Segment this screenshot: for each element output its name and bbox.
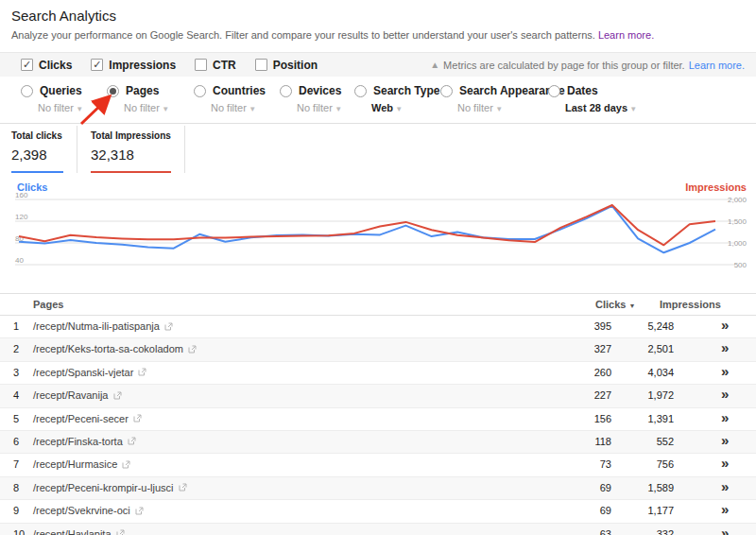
page-url-link[interactable]: /recept/Peceni-krompir-u-ljusci	[33, 482, 187, 493]
metrics-learn-more-link[interactable]: Learn more.	[689, 60, 745, 71]
subtitle-learn-more-link[interactable]: Learn more.	[598, 29, 654, 41]
checked-checkbox-icon[interactable]: ✓	[21, 59, 33, 71]
pages-table: Pages Clicks ▼ Impressions 1/recept/Nutm…	[0, 293, 756, 535]
metric-checkbox-label: Clicks	[39, 59, 72, 72]
filter-dropdown-search-type[interactable]: Web ▼	[371, 102, 439, 113]
metric-checkbox-group: ✓Clicks✓ImpressionsCTRPosition	[21, 59, 318, 72]
expand-row-button[interactable]: »	[721, 432, 728, 448]
external-link-icon[interactable]	[135, 507, 144, 515]
clicks-column-header[interactable]: Clicks ▼	[595, 299, 635, 310]
page-url-text: /recept/Peceni-krompir-u-ljusci	[33, 482, 174, 493]
external-link-icon[interactable]	[138, 368, 146, 376]
table-row: 3/recept/Spanski-vjetar2604,034»	[0, 362, 756, 385]
table-row: 8/recept/Peceni-krompir-u-ljusci691,589»	[0, 477, 756, 500]
radio-icon[interactable]	[280, 85, 292, 97]
expand-row-button[interactable]: »	[721, 386, 728, 402]
page-url-link[interactable]: /recept/Nutma-ili-patispanja	[33, 320, 173, 332]
row-rank: 6	[13, 436, 19, 447]
metric-checkbox-clicks[interactable]: ✓Clicks	[21, 59, 72, 72]
filter-dropdown-countries[interactable]: No filter ▼	[211, 102, 266, 113]
metric-checkbox-position[interactable]: Position	[255, 59, 318, 72]
clicks-cell: 156	[567, 413, 611, 424]
subtitle-text: Analyze your performance on Google Searc…	[11, 29, 595, 41]
dimension-radio-queries[interactable]: Queries	[21, 84, 83, 97]
clicks-cell: 395	[567, 320, 611, 332]
row-rank: 5	[13, 413, 19, 424]
external-link-icon[interactable]	[113, 391, 122, 400]
page-url-link[interactable]: /recept/Ravanija	[33, 389, 122, 401]
dimension-radio-search-appearance[interactable]: Search Appearance	[440, 84, 565, 97]
radio-icon[interactable]	[548, 85, 560, 97]
external-link-icon[interactable]	[116, 529, 125, 535]
total-impressions-card[interactable]: Total Impressions 32,318	[91, 126, 185, 173]
table-row: 5/recept/Peceni-secer1561,391»	[0, 408, 756, 431]
expand-row-button[interactable]: »	[721, 339, 728, 355]
selected-radio-icon[interactable]	[107, 85, 119, 97]
expand-row-button[interactable]: »	[721, 455, 728, 471]
table-row: 4/recept/Ravanija2271,972»	[0, 385, 756, 407]
radio-icon[interactable]	[354, 85, 367, 97]
expand-row-button[interactable]: »	[721, 317, 728, 333]
metrics-toolbar: ✓Clicks✓ImpressionsCTRPosition ▲ Metrics…	[0, 52, 756, 78]
expand-row-button[interactable]: »	[721, 478, 728, 494]
page-url-link[interactable]: /recept/Hurmasice	[33, 458, 130, 470]
filter-dropdown-value: No filter	[211, 102, 247, 113]
external-link-icon[interactable]	[164, 322, 173, 331]
table-row: 6/recept/Finska-torta118552»	[0, 431, 756, 454]
page-url-text: /recept/Ravanija	[33, 389, 109, 401]
row-rank: 8	[13, 482, 19, 493]
impressions-cell: 1,589	[628, 482, 674, 493]
impressions-cell: 1,177	[628, 505, 674, 516]
external-link-icon[interactable]	[128, 437, 136, 445]
right-axis-tick: 1,500	[728, 217, 747, 226]
table-row: 2/recept/Keks-torta-sa-cokoladom3272,501…	[0, 338, 756, 361]
expand-row-button[interactable]: »	[721, 501, 728, 517]
total-clicks-card[interactable]: Total clicks 2,398	[11, 126, 77, 173]
dimension-radio-countries[interactable]: Countries	[194, 84, 266, 97]
metric-checkbox-label: Impressions	[109, 59, 176, 72]
unchecked-checkbox-icon[interactable]	[255, 59, 267, 71]
radio-icon[interactable]	[440, 85, 453, 97]
page-url-link[interactable]: /recept/Havlapita	[33, 528, 125, 535]
row-rank: 4	[13, 389, 19, 401]
impressions-cell: 4,034	[628, 367, 674, 378]
external-link-icon[interactable]	[188, 345, 197, 354]
dimension-radio-devices[interactable]: Devices	[280, 84, 342, 97]
filter-dropdown-pages[interactable]: No filter ▼	[124, 102, 169, 113]
filter-dropdown-queries[interactable]: No filter ▼	[38, 102, 83, 113]
page-url-link[interactable]: /recept/Svekrvine-oci	[33, 505, 144, 516]
dimension-radio-pages[interactable]: Pages	[107, 84, 169, 97]
right-axis-tick: 500	[734, 261, 747, 269]
chevron-down-icon: ▼	[493, 105, 503, 113]
filter-dropdown-devices[interactable]: No filter ▼	[297, 102, 342, 113]
impressions-cell: 5,248	[628, 320, 674, 332]
row-rank: 1	[13, 320, 19, 332]
metric-checkbox-impressions[interactable]: ✓Impressions	[91, 59, 176, 72]
page-url-link[interactable]: /recept/Keks-torta-sa-cokoladom	[33, 343, 197, 354]
expand-row-button[interactable]: »	[721, 409, 728, 425]
radio-icon[interactable]	[21, 85, 33, 97]
checked-checkbox-icon[interactable]: ✓	[91, 59, 103, 71]
dimension-radio-search-type[interactable]: Search Type	[354, 84, 439, 97]
external-link-icon[interactable]	[133, 414, 142, 423]
metrics-note-text: Metrics are calculated by page for this …	[443, 60, 685, 71]
chevron-down-icon: ▼	[627, 105, 637, 113]
unchecked-checkbox-icon[interactable]	[195, 59, 207, 71]
page-url-text: /recept/Peceni-secer	[33, 413, 129, 424]
radio-icon[interactable]	[194, 85, 206, 97]
page-url-text: /recept/Spanski-vjetar	[33, 367, 133, 378]
metric-checkbox-ctr[interactable]: CTR	[195, 59, 236, 72]
analytics-line-chart[interactable]: 1602,0001201,500801,00040500	[0, 192, 756, 289]
external-link-icon[interactable]	[122, 460, 130, 469]
row-rank: 3	[13, 367, 19, 378]
filter-dropdown-value: No filter	[457, 102, 493, 113]
page-url-link[interactable]: /recept/Finska-torta	[33, 436, 136, 447]
page-url-link[interactable]: /recept/Spanski-vjetar	[33, 367, 146, 378]
filter-dropdown-dates[interactable]: Last 28 days ▼	[565, 102, 637, 113]
external-link-icon[interactable]	[179, 483, 187, 492]
expand-row-button[interactable]: »	[721, 525, 728, 535]
page-url-link[interactable]: /recept/Peceni-secer	[33, 413, 142, 424]
dimension-radio-dates[interactable]: Dates	[548, 84, 637, 97]
expand-row-button[interactable]: »	[721, 363, 728, 379]
dimension-label: Dates	[567, 84, 598, 97]
